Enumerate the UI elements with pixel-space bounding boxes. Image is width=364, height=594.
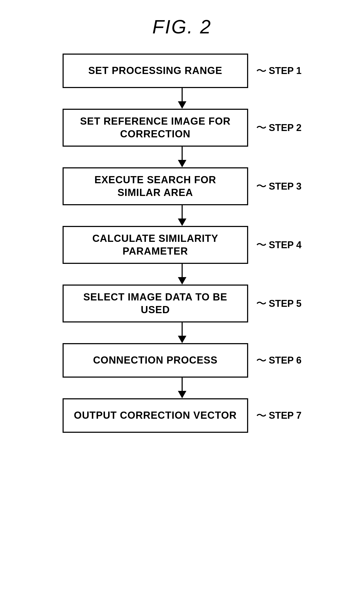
step7-wavy: 〜 <box>256 408 267 423</box>
arrow4 <box>178 264 186 285</box>
step2-label: 〜 STEP 2 <box>256 120 301 135</box>
arrow1 <box>178 88 186 109</box>
step5-wavy: 〜 <box>256 296 267 311</box>
arrow5 <box>178 322 186 343</box>
arrow6 <box>178 378 186 398</box>
step2-wavy: 〜 <box>256 120 267 135</box>
step1-name: STEP 1 <box>269 65 301 76</box>
step1-label: 〜 STEP 1 <box>256 64 301 78</box>
arrow2 <box>178 147 186 167</box>
step3-name: STEP 3 <box>269 181 301 192</box>
step4-box: CALCULATE SIMILARITY PARAMETER <box>63 226 248 264</box>
step7-label: 〜 STEP 7 <box>256 408 301 423</box>
step5-label: 〜 STEP 5 <box>256 296 301 311</box>
step5-name: STEP 5 <box>269 298 301 309</box>
step3-wavy: 〜 <box>256 179 267 194</box>
step2-name: STEP 2 <box>269 122 301 133</box>
step3-row: EXECUTE SEARCH FOR SIMILAR AREA 〜 STEP 3 <box>0 167 364 205</box>
step1-wavy: 〜 <box>256 64 267 78</box>
step6-wavy: 〜 <box>256 353 267 368</box>
step1-row: SET PROCESSING RANGE 〜 STEP 1 <box>0 54 364 88</box>
step4-wavy: 〜 <box>256 238 267 252</box>
step1-box: SET PROCESSING RANGE <box>63 54 248 88</box>
step7-name: STEP 7 <box>269 410 301 421</box>
step6-box: CONNECTION PROCESS <box>63 343 248 378</box>
figure-title: FIG. 2 <box>152 16 212 38</box>
step6-name: STEP 6 <box>269 355 301 366</box>
step7-row: OUTPUT CORRECTION VECTOR 〜 STEP 7 <box>0 398 364 433</box>
step3-label: 〜 STEP 3 <box>256 179 301 194</box>
step4-name: STEP 4 <box>269 239 301 251</box>
step6-label: 〜 STEP 6 <box>256 353 301 368</box>
step4-label: 〜 STEP 4 <box>256 238 301 252</box>
flowchart: SET PROCESSING RANGE 〜 STEP 1 SET REFERE… <box>0 54 364 433</box>
step6-row: CONNECTION PROCESS 〜 STEP 6 <box>0 343 364 378</box>
step2-box: SET REFERENCE IMAGE FOR CORRECTION <box>63 109 248 147</box>
step4-row: CALCULATE SIMILARITY PARAMETER 〜 STEP 4 <box>0 226 364 264</box>
step5-box: SELECT IMAGE DATA TO BE USED <box>63 285 248 322</box>
step7-box: OUTPUT CORRECTION VECTOR <box>63 398 248 433</box>
step3-box: EXECUTE SEARCH FOR SIMILAR AREA <box>63 167 248 205</box>
step2-row: SET REFERENCE IMAGE FOR CORRECTION 〜 STE… <box>0 109 364 147</box>
step5-row: SELECT IMAGE DATA TO BE USED 〜 STEP 5 <box>0 285 364 322</box>
arrow3 <box>178 205 186 226</box>
